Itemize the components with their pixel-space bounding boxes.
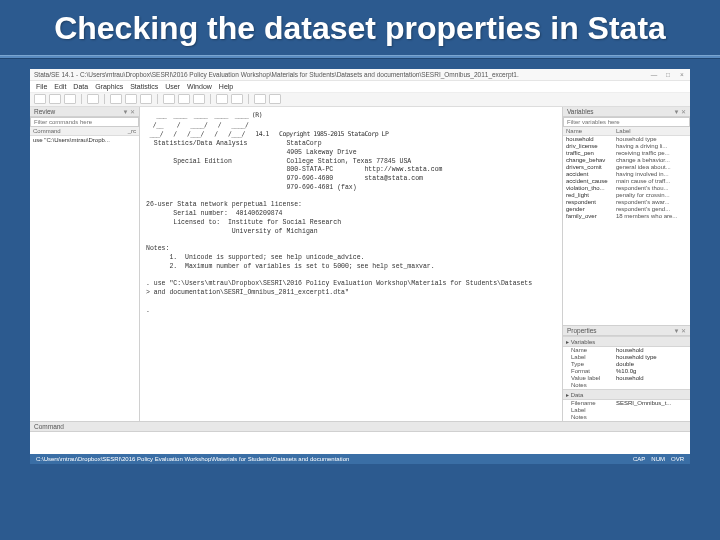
- toolbar-button[interactable]: [140, 94, 152, 104]
- statusbar: C:\Users\mtrau\Dropbox\SESRI\2016 Policy…: [30, 454, 690, 464]
- property-row[interactable]: Value labelhousehold: [563, 375, 690, 382]
- results-line: Serial number: 401406209874: [146, 210, 283, 217]
- toolbar-button[interactable]: [125, 94, 137, 104]
- property-key: Notes: [571, 382, 616, 388]
- variable-row[interactable]: householdhousehold type: [563, 136, 690, 143]
- main-area: Review ▼ ✕ Command _rc use "C:\Users\mtr…: [30, 107, 690, 421]
- variable-row[interactable]: drivers_comitgeneral idea about...: [563, 164, 690, 171]
- variables-column-headers: Name Label: [563, 127, 690, 136]
- properties-title: Properties: [567, 327, 597, 334]
- variables-col-name[interactable]: Name: [566, 128, 616, 134]
- property-row[interactable]: Format%10.0g: [563, 368, 690, 375]
- variable-row[interactable]: change_behavchange a behavior...: [563, 157, 690, 164]
- statusbar-path: C:\Users\mtrau\Dropbox\SESRI\2016 Policy…: [36, 456, 349, 462]
- variable-row[interactable]: red_lightpenalty for crossin...: [563, 192, 690, 199]
- property-row[interactable]: Notes: [563, 414, 690, 421]
- toolbar-button[interactable]: [254, 94, 266, 104]
- toolbar-button[interactable]: [178, 94, 190, 104]
- variables-title: Variables: [567, 108, 594, 115]
- window-close-button[interactable]: ×: [678, 71, 686, 78]
- review-col-rc[interactable]: _rc: [128, 128, 136, 134]
- menu-user[interactable]: User: [165, 83, 180, 90]
- variable-name: change_behav: [566, 157, 616, 163]
- review-row[interactable]: use "C:\Users\mtrau\Dropb...: [30, 136, 139, 144]
- toolbar-button[interactable]: [34, 94, 46, 104]
- properties-section-variables[interactable]: ▸ Variables: [563, 336, 690, 347]
- window-minimize-button[interactable]: —: [650, 71, 658, 78]
- right-column: Variables ▼ ✕ Name Label householdhouseh…: [562, 107, 690, 421]
- results-line: University of Michigan: [146, 228, 318, 235]
- menu-file[interactable]: File: [36, 83, 47, 90]
- toolbar-button[interactable]: [269, 94, 281, 104]
- property-row[interactable]: Notes: [563, 382, 690, 389]
- panel-collapse-icon[interactable]: ▼ ✕: [673, 108, 686, 115]
- review-col-command[interactable]: Command: [33, 128, 61, 134]
- menu-graphics[interactable]: Graphics: [95, 83, 123, 90]
- variable-row[interactable]: respondentrespondent's awar...: [563, 199, 690, 206]
- toolbar-button[interactable]: [87, 94, 99, 104]
- toolbar-button[interactable]: [193, 94, 205, 104]
- property-value: household type: [616, 354, 687, 360]
- variable-name: accident_cause: [566, 178, 616, 184]
- panel-collapse-icon[interactable]: ▼ ✕: [122, 108, 135, 115]
- toolbar-button[interactable]: [110, 94, 122, 104]
- review-filter-input[interactable]: [30, 117, 139, 127]
- toolbar: [30, 93, 690, 107]
- property-row[interactable]: Namehousehold: [563, 347, 690, 354]
- command-input[interactable]: [30, 432, 690, 454]
- variable-label: main cause of traff...: [616, 178, 687, 184]
- variable-label: respondent's gend...: [616, 206, 687, 212]
- menu-edit[interactable]: Edit: [54, 83, 66, 90]
- menu-help[interactable]: Help: [219, 83, 233, 90]
- stata-logo: /__ / ____/ / ____/: [146, 121, 248, 129]
- property-value: household: [616, 347, 687, 353]
- variable-row[interactable]: violation_tho...respondent's thou...: [563, 185, 690, 192]
- toolbar-button[interactable]: [163, 94, 175, 104]
- command-header: Command: [30, 422, 690, 432]
- variable-row[interactable]: accident_causemain cause of traff...: [563, 178, 690, 185]
- results-command-echo: > and documentation\SESRI_Omnibus_2011_e…: [146, 289, 349, 296]
- results-command-echo: . use "C:\Users\mtrau\Dropbox\SESRI\2016…: [146, 280, 532, 287]
- properties-section-data[interactable]: ▸ Data: [563, 389, 690, 400]
- variable-row[interactable]: traffic_penreceiving traffic pe...: [563, 150, 690, 157]
- variable-row[interactable]: family_over18 members who are...: [563, 213, 690, 220]
- menu-data[interactable]: Data: [73, 83, 88, 90]
- variable-label: household type: [616, 136, 687, 142]
- variable-row[interactable]: genderrespondent's gend...: [563, 206, 690, 213]
- property-value: [616, 382, 687, 388]
- variable-name: driv_license: [566, 143, 616, 149]
- properties-panel: Properties ▼ ✕ ▸ Variables Namehousehold…: [563, 325, 690, 421]
- variables-panel: Variables ▼ ✕ Name Label householdhouseh…: [563, 107, 690, 325]
- property-key: Type: [571, 361, 616, 367]
- property-row[interactable]: Typedouble: [563, 361, 690, 368]
- variable-label: general idea about...: [616, 164, 687, 170]
- toolbar-button[interactable]: [231, 94, 243, 104]
- results-line: Statistics/Data Analysis StataCorp: [146, 140, 322, 147]
- property-value: household: [616, 375, 687, 381]
- variable-label: change a behavior...: [616, 157, 687, 163]
- variable-label: respondent's thou...: [616, 185, 687, 191]
- variable-row[interactable]: accidenthaving involved in...: [563, 171, 690, 178]
- variable-row[interactable]: driv_licensehaving a driving li...: [563, 143, 690, 150]
- variables-filter-input[interactable]: [563, 117, 690, 127]
- results-line: 1. Unicode is supported; see help unicod…: [146, 254, 364, 261]
- panel-collapse-icon[interactable]: ▼ ✕: [673, 327, 686, 334]
- toolbar-button[interactable]: [49, 94, 61, 104]
- property-row[interactable]: FilenameSESRI_Omnibus_t...: [563, 400, 690, 407]
- menu-window[interactable]: Window: [187, 83, 212, 90]
- property-row[interactable]: Label: [563, 407, 690, 414]
- toolbar-button[interactable]: [216, 94, 228, 104]
- variables-col-label[interactable]: Label: [616, 128, 631, 134]
- property-key: Label: [571, 354, 616, 360]
- results-prompt: .: [146, 307, 154, 314]
- window-maximize-button[interactable]: □: [664, 71, 672, 78]
- variable-name: traffic_pen: [566, 150, 616, 156]
- property-row[interactable]: Labelhousehold type: [563, 354, 690, 361]
- stata-logo: ___/ / /___/ / /___/ 14.1 Copyright 1985…: [146, 130, 388, 138]
- property-key: Filename: [571, 400, 616, 406]
- results-line: Special Edition College Station, Texas 7…: [146, 158, 411, 165]
- toolbar-button[interactable]: [64, 94, 76, 104]
- property-value: [616, 414, 687, 420]
- property-key: Name: [571, 347, 616, 353]
- menu-statistics[interactable]: Statistics: [130, 83, 158, 90]
